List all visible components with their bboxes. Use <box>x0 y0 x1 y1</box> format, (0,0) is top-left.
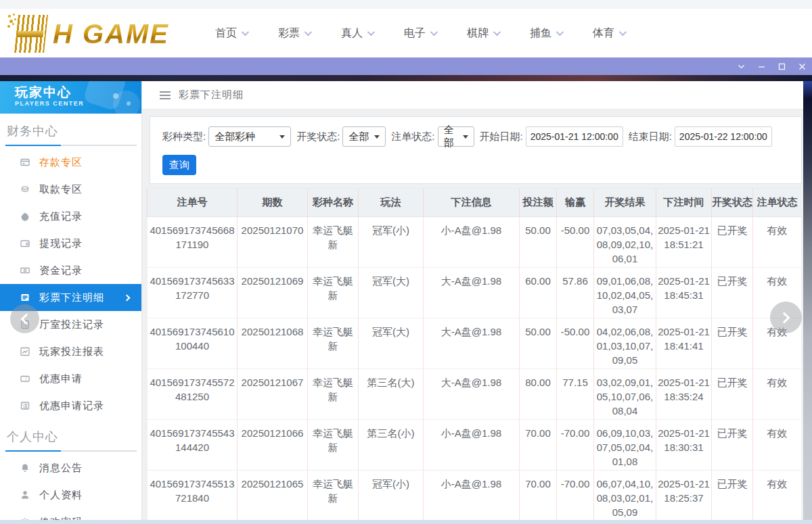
table-row[interactable]: 401569173745572481250 20250121067 幸运飞艇新 … <box>148 369 802 420</box>
sidebar-item-funds-records[interactable]: 资金记录 <box>0 257 141 284</box>
order-status-select[interactable]: 全部 <box>438 126 474 147</box>
lottery-type-label: 彩种类型: <box>162 130 206 143</box>
lottery-bet-list-icon <box>15 292 35 303</box>
scroll-right-button[interactable] <box>770 302 802 333</box>
list-records-icon <box>15 400 35 411</box>
recharge-bag-icon <box>15 211 35 222</box>
lottery-type-select[interactable]: 全部彩种 <box>208 126 291 147</box>
dropdown-arrow-icon <box>279 135 285 139</box>
cell-bet-info: 小-A盘@1.98 <box>424 217 520 268</box>
cell-draw-result: 06,07,04,10,08,03,02,01,05,09 <box>594 471 656 521</box>
page-title: 彩票下注明细 <box>179 89 244 101</box>
cell-win-loss: 77.15 <box>557 369 594 420</box>
table-header-cell: 期数 <box>238 189 308 217</box>
table-header-cell: 注单状态 <box>753 189 802 217</box>
cell-play-type: 冠军(小) <box>359 217 424 268</box>
sidebar-item-promo-records[interactable]: 优惠申请记录 <box>0 392 141 419</box>
dropdown-arrow-icon <box>463 135 468 139</box>
cell-win-loss: -50.00 <box>557 318 594 369</box>
nav-item-live[interactable]: 真人 <box>341 26 373 41</box>
cell-bet-info: 大-A盘@1.98 <box>424 318 520 369</box>
chevron-right-icon <box>779 312 790 323</box>
window-maximize-icon[interactable] <box>771 57 792 75</box>
nav-item-boardgames[interactable]: 棋牌 <box>467 26 499 41</box>
sidebar: 玩家中心 PLAYERS CENTER 财务中心 存款专区 取款专区 充值记录 <box>0 81 142 524</box>
sidebar-item-deposit[interactable]: 存款专区 <box>0 149 141 176</box>
chevron-down-icon <box>619 28 627 36</box>
chevron-down-icon <box>304 28 312 36</box>
hamburger-menu-icon[interactable] <box>160 91 171 99</box>
cell-bet-amount: 50.00 <box>520 318 557 369</box>
table-header-cell: 注单号 <box>148 189 238 217</box>
brand-logo[interactable]: H GAME <box>7 11 203 56</box>
sidebar-item-player-report[interactable]: 玩家投注报表 <box>0 338 141 365</box>
cell-period: 20250121070 <box>238 217 308 268</box>
nav-item-slots[interactable]: 电子 <box>404 26 436 41</box>
breadcrumb: 彩票下注明细 <box>142 81 812 110</box>
cell-play-type: 第三名(大) <box>359 369 424 420</box>
section-title-finance: 财务中心 <box>7 123 141 139</box>
order-status-label: 注单状态: <box>391 130 434 143</box>
cell-draw-status: 已开奖 <box>712 369 753 420</box>
cell-bet-time: 2025-01-21 18:35:24 <box>656 369 712 420</box>
cell-period: 20250121065 <box>238 471 308 521</box>
cell-period: 20250121067 <box>238 369 308 420</box>
window-close-icon[interactable] <box>792 57 812 75</box>
table-row[interactable]: 401569173745668171190 20250121070 幸运飞艇新 … <box>148 217 802 268</box>
cell-bet-number: 401569173745668171190 <box>148 217 238 268</box>
withdraw-hand-icon <box>15 184 35 195</box>
cell-bet-info: 大-A盘@1.98 <box>424 369 520 420</box>
end-date-input[interactable] <box>675 126 772 147</box>
main-content: 彩票下注明细 彩种类型: 全部彩种 开奖状态: 全部 注单状态: 全部 <box>142 81 812 524</box>
sidebar-item-withdraw[interactable]: 取款专区 <box>0 176 141 203</box>
end-date-label: 结束日期: <box>629 130 672 143</box>
bet-details-table: 注单号期数彩种名称玩法下注信息投注额输赢开奖结果下注时间开奖状态注单状态 401… <box>147 188 812 521</box>
start-date-input[interactable] <box>526 126 623 147</box>
cell-lottery-name: 幸运飞艇新 <box>308 471 359 521</box>
table-header-cell: 投注额 <box>520 189 557 217</box>
cell-period: 20250121066 <box>238 420 308 471</box>
table-header-cell: 玩法 <box>359 189 424 217</box>
window-edge-strip <box>803 81 812 524</box>
start-date-label: 开始日期: <box>480 130 523 143</box>
window-minimize-icon[interactable] <box>751 57 771 75</box>
horizontal-scrollbar[interactable] <box>0 520 812 524</box>
cell-period: 20250121068 <box>238 318 308 369</box>
table-header-cell: 开奖状态 <box>712 189 753 217</box>
table-row[interactable]: 401569173745513721840 20250121065 幸运飞艇新 … <box>148 471 802 521</box>
chevron-down-icon <box>242 28 249 36</box>
cell-bet-number: 401569173745513721840 <box>148 471 238 521</box>
nav-item-lottery[interactable]: 彩票 <box>278 26 310 41</box>
nav-item-sports[interactable]: 体育 <box>593 26 625 41</box>
cell-draw-result: 06,09,10,03,07,05,02,04,01,08 <box>594 420 656 471</box>
sidebar-item-promo-apply[interactable]: 优惠申请 <box>0 365 141 392</box>
cell-bet-amount: 80.00 <box>520 369 557 420</box>
cell-lottery-name: 幸运飞艇新 <box>308 420 359 471</box>
window-title-bar <box>0 57 812 75</box>
sidebar-item-messages[interactable]: 消息公告 <box>0 454 141 481</box>
scroll-left-button[interactable] <box>10 304 39 333</box>
table-header-cell: 开奖结果 <box>594 189 656 217</box>
nav-item-fishing[interactable]: 捕鱼 <box>530 26 562 41</box>
nav-item-home[interactable]: 首页 <box>215 26 247 41</box>
cell-lottery-name: 幸运飞艇新 <box>308 268 359 318</box>
search-button[interactable]: 查询 <box>162 155 196 175</box>
sidebar-item-recharge-records[interactable]: 充值记录 <box>0 203 141 230</box>
table-header-cell: 输赢 <box>557 189 594 217</box>
cell-play-type: 冠军(小) <box>359 471 424 521</box>
table-row[interactable]: 401569173745633172770 20250121069 幸运飞艇新 … <box>148 268 802 318</box>
cell-bet-info: 小-A盘@1.98 <box>424 471 520 521</box>
table-row[interactable]: 401569173745543144420 20250121066 幸运飞艇新 … <box>148 420 802 471</box>
sidebar-item-profile[interactable]: 个人资料 <box>0 481 141 508</box>
table-row[interactable]: 401569173745610100440 20250121068 幸运飞艇新 … <box>148 318 802 369</box>
cell-order-status: 有效 <box>753 369 802 420</box>
draw-status-select[interactable]: 全部 <box>342 126 386 147</box>
cell-win-loss: -70.00 <box>557 471 594 521</box>
cell-bet-amount: 70.00 <box>520 420 557 471</box>
sidebar-item-withdrawal-records[interactable]: 提现记录 <box>0 230 141 257</box>
cell-period: 20250121069 <box>238 268 308 318</box>
app-header: H GAME 首页 彩票 真人 电子 棋牌 捕鱼 体育 <box>0 9 812 57</box>
cell-win-loss: 57.86 <box>557 268 594 318</box>
chevron-left-icon <box>21 313 32 325</box>
window-collapse-icon[interactable] <box>731 57 751 75</box>
